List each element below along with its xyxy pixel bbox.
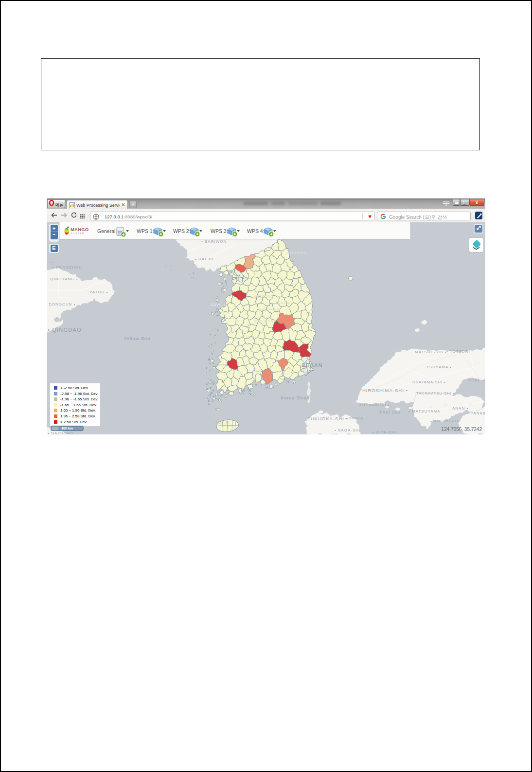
svg-text:Yellow Sea: Yellow Sea [124,336,150,341]
svg-text:QINGYANG •: QINGYANG • [50,277,78,281]
svg-text:TAKAMATSU-SHI •: TAKAMATSU-SHI • [416,391,455,395]
svg-text:ANAN •: ANAN • [452,406,468,411]
svg-text:• SARIWON: • SARIWON [201,239,227,244]
svg-text:FUKUOKA-SHI •: FUKUOKA-SHI • [307,416,348,421]
svg-text:OKAYAMA-SHI •: OKAYAMA-SHI • [412,380,446,384]
svg-text:DAEJEON: DAEJEON [255,320,274,323]
svg-text:• DAZHONG: • DAZHONG [48,431,74,434]
svg-text:DONGCUN •: DONGCUN • [49,302,75,306]
svg-text:• DENGZHOU: • DENGZHOU [53,265,82,269]
svg-text:• TOTTORI: • TOTTORI [446,349,470,354]
svg-text:• IIZUKA: • IIZUKA [345,416,363,420]
svg-text:• HAEJU: • HAEJU [195,257,213,261]
svg-text:• KOCHI-SHI: • KOCHI-SHI [430,419,458,423]
svg-text:SUWON: SUWON [211,303,227,307]
svg-text:HIROSHIMA-SHI •: HIROSHIMA-SHI • [362,388,408,393]
svg-text:• OITA-SHI: • OITA-SHI [372,430,396,434]
svg-text:• QINGDAO: • QINGDAO [48,327,82,333]
svg-text:TSUYAMA •: TSUYAMA • [426,365,452,369]
svg-text:ANSEONG: ANSEONG [254,295,274,298]
svg-text:ANDONG: ANDONG [275,301,293,305]
svg-text:JEJU-SI: JEJU-SI [214,421,230,424]
svg-text:KUDAMATSU •: KUDAMATSU • [359,403,390,407]
svg-text:CHEONGJU: CHEONGJU [259,308,281,311]
svg-text:KOBE •: KOBE • [468,378,484,382]
svg-text:TANABE •: TANABE • [471,411,485,415]
svg-text:Inner Sea: Inner Sea [378,410,401,414]
svg-text:YATOU •: YATOU • [89,290,108,294]
svg-text:• SAGA-SHI: • SAGA-SHI [335,428,360,432]
svg-text:• MATSUYAMA: • MATSUYAMA [408,409,441,413]
svg-text:JEONJU: JEONJU [241,335,257,339]
svg-text:SOGCHO: SOGCHO [287,251,307,255]
svg-text:MATSUE-SHI •: MATSUE-SHI • [415,350,447,354]
svg-text:Korea Strait: Korea Strait [281,395,310,400]
svg-text:BUSAN: BUSAN [301,362,323,368]
